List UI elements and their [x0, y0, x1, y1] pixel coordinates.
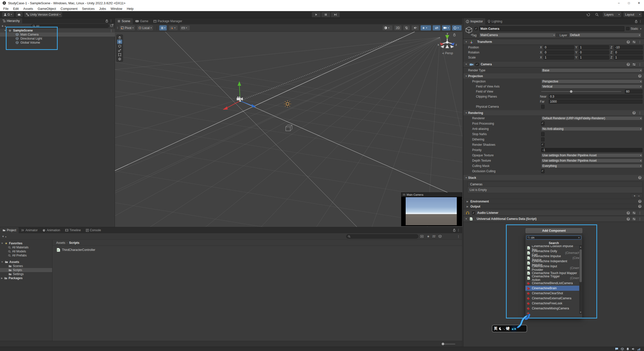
menu-item[interactable]: Assets	[21, 7, 35, 11]
play-button[interactable]	[312, 12, 321, 17]
lock-icon[interactable]	[635, 20, 637, 23]
favorites-star-icon[interactable]: ★	[427, 235, 430, 238]
menu-item[interactable]: Services	[80, 7, 97, 11]
scrollbar-thumb[interactable]	[579, 249, 582, 282]
vector-z-field[interactable]: -10	[614, 45, 643, 49]
layer-dropdown[interactable]: Default▾	[569, 33, 641, 37]
tray-volume-icon[interactable]	[632, 347, 635, 350]
property-checkbox[interactable]: ✓	[541, 105, 544, 109]
create-button[interactable]: +	[2, 24, 4, 28]
project-search-input[interactable]	[351, 235, 417, 238]
panel-menu-icon[interactable]: ⋮	[639, 19, 642, 23]
scene-row[interactable]: ▼ SampleScene ⋮	[0, 28, 115, 33]
gizmos-dropdown[interactable]: ▾	[452, 25, 462, 31]
scene-menu-icon[interactable]: ⋮	[110, 29, 113, 33]
property-dropdown[interactable]: No Anti-aliasing▾	[541, 127, 642, 131]
component-list-item[interactable]: # CinemachineExternalCamera	[525, 296, 580, 301]
component-search[interactable]: ✕	[526, 236, 581, 240]
search-by-type-icon[interactable]	[420, 235, 424, 238]
package-visibility-icon[interactable]	[438, 235, 442, 238]
project-asset-item[interactable]: # ThirdCharacterController	[57, 247, 462, 252]
zoom-slider-thumb[interactable]	[442, 343, 444, 345]
menu-item[interactable]: Help	[124, 7, 136, 11]
undo-history-icon[interactable]	[587, 13, 590, 16]
create-button[interactable]: +	[2, 234, 4, 238]
search-icon[interactable]	[595, 13, 599, 16]
breadcrumb-current[interactable]: Scripts	[69, 241, 79, 245]
hierarchy-item[interactable]: Global Volume	[0, 41, 115, 45]
projection-section-header[interactable]: ▼ Projection ?	[463, 73, 644, 79]
increment-snap-dropdown[interactable]: ▾	[169, 25, 178, 31]
toolbar-menu-icon[interactable]: ⋮	[457, 235, 460, 238]
layers-dropdown[interactable]: Layers▾	[603, 12, 621, 17]
measure-dropdown[interactable]: ▾	[180, 25, 190, 31]
tag-dropdown[interactable]: MainCamera▾	[479, 33, 556, 37]
cloud-button[interactable]	[16, 12, 23, 17]
scene-audio-toggle[interactable]	[411, 25, 419, 31]
property-checkbox[interactable]: ✓	[541, 122, 544, 126]
uacd-header[interactable]: ▼ # Universal Additional Camera Data (Sc…	[463, 216, 644, 222]
favorites-item[interactable]: All Models	[0, 249, 52, 253]
output-foldout[interactable]: ▶ Output ?	[463, 204, 644, 209]
property-checkbox[interactable]: ✓	[541, 137, 544, 141]
help-icon[interactable]: ?	[638, 74, 641, 78]
component-list-item[interactable]: # CinemachineMixingCamera	[525, 306, 580, 311]
pivot-dropdown[interactable]: Pivot▾	[119, 25, 135, 31]
tray-chat-icon[interactable]	[615, 347, 618, 350]
component-list-item[interactable]: # CinemachineClearShot	[525, 291, 580, 296]
component-list-item[interactable]: # Cinemachine Input Provider (Cinem	[525, 266, 580, 271]
help-icon[interactable]: ?	[632, 111, 636, 114]
perspective-label[interactable]: ⋖ Persp	[435, 51, 460, 55]
rotate-tool-button[interactable]	[117, 44, 122, 48]
shading-mode-dropdown[interactable]: ▾	[382, 25, 393, 31]
account-button[interactable]: G▾	[2, 12, 14, 17]
close-button[interactable]: ✕	[634, 0, 644, 6]
menu-item[interactable]: Component	[58, 7, 80, 11]
component-menu-icon[interactable]: ⋮	[638, 217, 641, 221]
packages-root[interactable]: ▶ Packages	[0, 276, 52, 280]
component-list-item[interactable]: # CinemachineBrain	[525, 286, 580, 291]
help-icon[interactable]: ?	[638, 205, 641, 208]
vector-z-field[interactable]: 0	[614, 50, 643, 54]
presets-icon[interactable]	[632, 63, 636, 66]
gizmo-lock-icon[interactable]	[453, 33, 456, 37]
property-checkbox[interactable]: ✓	[541, 132, 544, 136]
environment-foldout[interactable]: ▶ Environment ?	[463, 199, 644, 204]
menu-item[interactable]: Window	[108, 7, 124, 11]
foldout-icon[interactable]: ▼	[4, 29, 6, 32]
component-list-item[interactable]: # CinemachineBlendListCamera	[525, 281, 580, 286]
create-dropdown-icon[interactable]: ▾	[5, 25, 6, 27]
tray-package-icon[interactable]	[621, 347, 624, 350]
scene-lighting-toggle[interactable]	[403, 25, 410, 31]
add-to-list-button[interactable]: +	[634, 194, 635, 198]
tray-bell-icon[interactable]	[626, 347, 629, 350]
property-dropdown[interactable]: Use settings from Render Pipeline Asset▾	[541, 159, 642, 163]
help-icon[interactable]: ?	[627, 40, 630, 44]
property-slider[interactable]: 60	[541, 90, 642, 94]
static-dropdown-icon[interactable]: ▾	[640, 28, 641, 30]
hierarchy-item[interactable]: Directional Light	[0, 37, 115, 41]
tab-scene[interactable]: Scene	[115, 18, 133, 24]
menu-item[interactable]: GameObject	[35, 7, 58, 11]
version-control-button[interactable]: Unity Version Control▾	[24, 12, 62, 17]
asset-folder[interactable]: Settings	[0, 272, 52, 276]
component-menu-icon[interactable]: ⋮	[638, 211, 641, 215]
component-list-item[interactable]: # Cinemachine Trigger Action (Cinem	[525, 276, 580, 281]
camera-header[interactable]: ▼ ✓ Camera ? ⋮	[463, 61, 644, 67]
breadcrumb-root[interactable]: Assets	[56, 241, 65, 245]
stack-section-header[interactable]: ▼ Stack ?	[463, 175, 644, 181]
scene-visibility-toggle[interactable]	[433, 25, 440, 31]
presets-icon[interactable]	[632, 212, 636, 214]
component-menu-icon[interactable]: ⋮	[638, 63, 641, 66]
maximize-button[interactable]: □	[624, 0, 634, 6]
section-menu-icon[interactable]: ⋮	[638, 111, 641, 115]
vector-y-field[interactable]: 1	[579, 45, 609, 49]
property-field[interactable]: -1	[541, 148, 642, 152]
favorites-item[interactable]: All Prefabs	[0, 253, 52, 257]
panel-menu-icon[interactable]: ⋮	[109, 19, 113, 23]
help-icon[interactable]: ?	[627, 211, 630, 215]
create-dropdown-icon[interactable]: ▾	[5, 236, 6, 238]
open-window-icon[interactable]	[110, 24, 113, 27]
help-icon[interactable]: ?	[638, 200, 641, 203]
menu-item[interactable]: Edit	[11, 7, 21, 11]
